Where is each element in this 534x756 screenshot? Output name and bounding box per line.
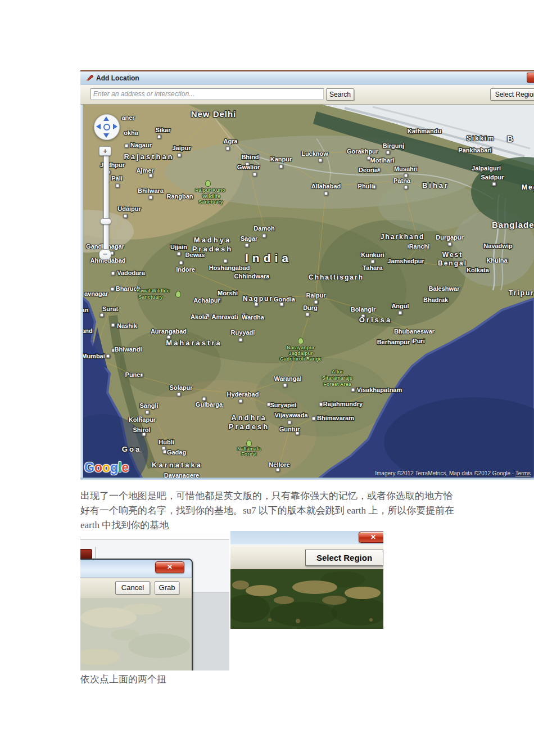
city-marker	[163, 450, 167, 454]
map-label: Damoh	[254, 225, 274, 232]
grab-dialog-screenshot: ✕ Cancel Grab	[80, 534, 229, 670]
dialog-titlebar[interactable]: Add Location	[80, 70, 534, 85]
pan-left-arrow[interactable]	[96, 124, 101, 129]
map-label: Chhattisgarh	[309, 273, 364, 281]
logo-letter: o	[94, 460, 102, 475]
search-button[interactable]: Search	[326, 88, 354, 101]
close-button[interactable]	[527, 73, 534, 83]
city-marker	[351, 388, 355, 392]
map-label: Shirol	[133, 426, 150, 433]
map-label: India	[245, 251, 292, 265]
grab-dialog-window: ✕ Cancel Grab	[80, 559, 193, 670]
city-marker	[111, 272, 115, 276]
map-label: Ajmer	[136, 167, 153, 174]
city-marker	[125, 144, 129, 148]
map-labels-layer: New DelhianerokhaSikarJaipurAgraNagaurRa…	[80, 105, 534, 480]
map-label: Bhimavaram	[317, 415, 354, 421]
map-label: Gondia	[274, 296, 295, 303]
map-label: B	[507, 134, 514, 143]
map-label: Jamshedpur	[387, 258, 424, 264]
city-marker	[179, 261, 183, 265]
close-button[interactable]: ✕	[359, 532, 383, 543]
dialog-titlebar[interactable]: ✕	[230, 531, 383, 545]
map-label: Navadwip	[483, 242, 512, 249]
pale-map-preview[interactable]	[80, 598, 192, 670]
map-label: Bhind	[241, 154, 259, 160]
map-label: Tripura	[509, 289, 534, 297]
map-label: Allahabad	[311, 183, 341, 190]
city-marker	[177, 252, 181, 256]
map-label: Durgapur	[436, 234, 464, 241]
pan-right-arrow[interactable]	[113, 124, 117, 129]
map-label: Akola	[191, 313, 207, 320]
map-label: Meghalaya	[522, 183, 534, 191]
map-label: Madhya	[194, 236, 231, 244]
map-label: Baleshwar	[428, 285, 459, 292]
grab-dialog-toolbar: Cancel Grab	[80, 578, 192, 598]
map-label: Musahri	[394, 165, 418, 172]
city-marker	[324, 192, 328, 196]
map-label: Bhubaneswar	[394, 328, 435, 335]
address-search-input[interactable]	[90, 88, 324, 100]
map-label: Indore	[176, 266, 195, 273]
map-label: Visakhapatnam	[357, 386, 402, 393]
zoom-in-button[interactable]: +	[99, 146, 111, 156]
select-region-button[interactable]: Select Region	[305, 550, 383, 566]
map-label: Wildlife	[202, 194, 220, 199]
map-label: Jalpaiguri	[472, 165, 501, 172]
map-label: Gwalior	[237, 164, 260, 170]
map-label: Birgunj	[383, 142, 405, 149]
close-button[interactable]: ✕	[155, 561, 184, 573]
forest-satellite-preview[interactable]	[230, 569, 383, 629]
map-label: Bhiwandi	[115, 346, 142, 353]
map-label: Ujjain	[170, 244, 187, 250]
window-edge	[80, 534, 229, 539]
pan-center-button[interactable]	[103, 124, 110, 130]
map-label: Gorakhpur	[347, 148, 378, 155]
map-label: Bhilwara	[138, 187, 164, 194]
map-label: Kathmandu	[408, 128, 442, 134]
map-label: Patna	[393, 177, 410, 184]
terms-link[interactable]: Terms	[515, 470, 531, 476]
map-label: Sanctuary	[198, 199, 223, 205]
zoom-slider-handle[interactable]	[100, 218, 111, 224]
map-label: Kanpur	[270, 156, 292, 163]
map-label: Vijayawada	[274, 412, 307, 418]
map-label: Berhampur	[377, 339, 410, 345]
map-label: Puri	[413, 338, 424, 344]
city-marker	[124, 214, 128, 218]
map-label: Orissa	[359, 316, 392, 324]
map-label: Rangban	[166, 193, 193, 200]
satellite-map[interactable]: New DelhianerokhaSikarJaipurAgraNagaurRa…	[80, 105, 534, 480]
logo-letter: G	[84, 460, 94, 475]
city-marker	[319, 159, 323, 163]
select-region-button[interactable]: Select Region	[490, 88, 534, 101]
map-label: Jaipur	[172, 145, 191, 151]
map-pan-control[interactable]	[94, 114, 120, 140]
zoom-slider-track[interactable]	[103, 150, 109, 258]
city-marker	[146, 411, 150, 415]
map-label: Angul	[391, 303, 409, 309]
map-label: Kolkata	[467, 267, 489, 273]
map-label: avnagar	[84, 290, 108, 297]
grab-dialog-titlebar[interactable]: ✕	[80, 560, 192, 578]
map-label: Sagar	[241, 235, 258, 242]
map-label: Bhadrak	[423, 296, 448, 303]
map-label: Aurangabad	[151, 328, 187, 335]
city-marker	[314, 300, 318, 304]
pan-up-arrow[interactable]	[103, 116, 109, 121]
dialog-title: Add Location	[96, 74, 139, 82]
map-label: Tahara	[363, 264, 382, 271]
map-label: Mumbai	[82, 353, 105, 359]
pan-down-arrow[interactable]	[103, 133, 109, 138]
zoom-out-button[interactable]: −	[99, 249, 111, 260]
map-label: Pali	[111, 175, 123, 182]
google-logo: Google	[84, 460, 129, 475]
city-marker	[226, 147, 230, 151]
map-label: okha	[124, 129, 138, 136]
city-marker	[448, 242, 452, 246]
cancel-button[interactable]: Cancel	[115, 581, 150, 595]
grab-button[interactable]: Grab	[155, 581, 179, 595]
map-label: Morshi	[218, 290, 238, 296]
city-marker	[224, 259, 228, 263]
